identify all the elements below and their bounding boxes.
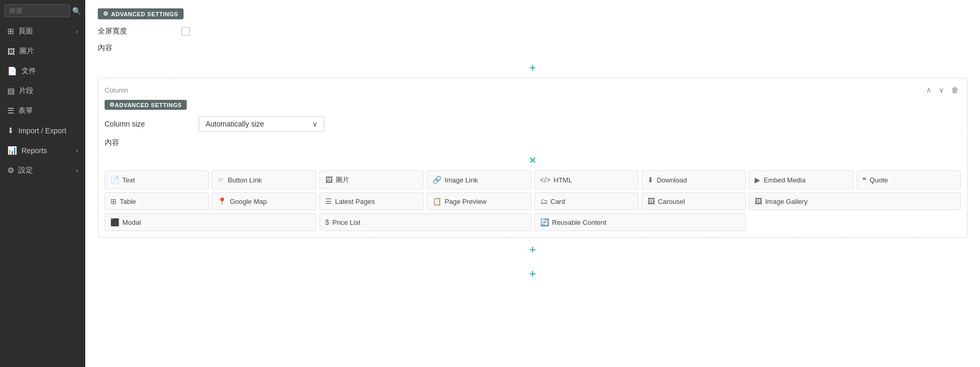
price-list-icon: $ [325, 218, 329, 226]
sidebar-label-fragments: 片段 [19, 86, 33, 96]
column-container: Column ∧ ∨ 🗑 ⚙ ADVANCED SETTINGS Column … [98, 78, 967, 238]
sidebar-label-import-export: Import / Export [18, 127, 66, 135]
sidebar-label-pages: 頁面 [18, 27, 33, 36]
column-size-select[interactable]: Automatically size ∨ [199, 116, 324, 132]
sidebar-item-reports[interactable]: 📊 Reports › [0, 141, 85, 160]
page-preview-icon: 📋 [432, 197, 441, 205]
inner-adv-settings-button[interactable]: ⚙ ADVANCED SETTINGS [105, 100, 187, 110]
add-row-top[interactable]: + [98, 58, 967, 78]
column-label: Column [105, 86, 128, 94]
sidebar-label-files: 文件 [21, 66, 36, 76]
image-icon: 🖼 [325, 176, 333, 184]
main-content: ⚙ ADVANCED SETTINGS 全屏寬度 內容 + Column ∧ ∨… [85, 0, 980, 367]
widget-quote[interactable]: ❝ Quote [857, 170, 961, 189]
carousel-icon: 🖼 [647, 197, 655, 205]
widget-carousel[interactable]: 🖼 Carousel [642, 192, 746, 210]
latest-pages-icon: ☰ [325, 197, 332, 205]
widget-modal-label: Modal [122, 219, 141, 226]
sidebar-label-reports: Reports [21, 146, 47, 155]
reports-icon: 📊 [7, 146, 17, 155]
table-icon: ⊞ [110, 197, 117, 205]
sidebar-item-settings[interactable]: ⚙ 設定 › [0, 160, 85, 180]
sidebar-item-pages[interactable]: ⊞ 頁面 › [0, 21, 85, 41]
widget-reusable-content-label: Reusable Content [552, 219, 607, 226]
inner-adv-settings-label: ADVANCED SETTINGS [115, 102, 182, 108]
text-icon: 📄 [110, 176, 119, 184]
reports-chevron: › [76, 147, 78, 154]
pages-chevron: › [76, 28, 78, 35]
card-icon: 🗂 [540, 197, 548, 205]
fullwidth-row: 全屏寬度 [98, 27, 967, 36]
plus-icon-bottom-1: + [529, 243, 536, 257]
widget-google-map-label: Google Map [230, 198, 267, 205]
widget-latest-pages-label: Latest Pages [335, 198, 375, 205]
image-gallery-icon: 🖼 [755, 197, 762, 205]
sidebar-label-settings: 設定 [18, 166, 33, 175]
images-icon: 🖼 [7, 47, 15, 56]
widget-download[interactable]: ⬇ Download [642, 170, 746, 189]
settings-chevron: › [76, 167, 78, 174]
widget-card[interactable]: 🗂 Card [534, 192, 639, 210]
widget-button-link-label: Button Link [227, 176, 261, 184]
gear-icon-top: ⚙ [103, 10, 109, 17]
sidebar-item-images[interactable]: 🖼 圖片 [0, 41, 85, 61]
widget-latest-pages[interactable]: ☰ Latest Pages [320, 192, 424, 210]
add-row-bottom-1[interactable]: + [98, 238, 967, 262]
widget-embed-media[interactable]: ▶ Embed Media [749, 170, 853, 189]
column-size-row: Column size Automatically size ∨ [105, 116, 961, 132]
plus-icon-top: + [529, 62, 536, 74]
widget-card-label: Card [551, 198, 565, 205]
widget-price-list[interactable]: $ Price List [320, 213, 531, 231]
widget-grid: 📄 Text ☞ Button Link 🖼 圖片 🔗 Image Link <… [105, 170, 961, 231]
top-adv-settings-label: ADVANCED SETTINGS [111, 11, 178, 17]
import-export-icon: ⬇ [7, 126, 14, 135]
sidebar-item-files[interactable]: 📄 文件 [0, 61, 85, 81]
search-bar[interactable]: 🔍 [0, 0, 85, 21]
widget-page-preview-label: Page Preview [445, 198, 486, 205]
widget-html-label: HTML [554, 176, 572, 184]
search-icon[interactable]: 🔍 [72, 7, 81, 15]
widget-image-label: 圖片 [336, 175, 349, 185]
widget-text-label: Text [122, 176, 135, 184]
widget-text[interactable]: 📄 Text [105, 170, 209, 189]
reusable-content-icon: 🔄 [540, 218, 549, 226]
quote-icon: ❝ [862, 176, 867, 184]
sidebar-label-images: 圖片 [19, 47, 34, 56]
column-delete-button[interactable]: 🗑 [949, 85, 961, 95]
widget-table[interactable]: ⊞ Table [105, 192, 209, 210]
sidebar-item-fragments[interactable]: ▤ 片段 [0, 81, 85, 101]
google-map-icon: 📍 [218, 197, 226, 205]
widget-button-link[interactable]: ☞ Button Link [212, 170, 316, 189]
widget-image-gallery[interactable]: 🖼 Image Gallery [749, 192, 961, 210]
pages-icon: ⊞ [7, 27, 14, 36]
widget-page-preview[interactable]: 📋 Page Preview [427, 192, 531, 210]
fullwidth-checkbox[interactable] [181, 27, 190, 36]
close-button[interactable]: ✕ [529, 155, 537, 166]
search-input[interactable] [4, 4, 70, 17]
sidebar-nav: ⊞ 頁面 › 🖼 圖片 📄 文件 ▤ 片段 ☰ 表單 ⬇ Import / Ex… [0, 21, 85, 367]
widget-quote-label: Quote [870, 176, 888, 184]
settings-icon: ⚙ [7, 166, 14, 175]
sidebar-item-import-export[interactable]: ⬇ Import / Export [0, 121, 85, 141]
widget-embed-media-label: Embed Media [764, 176, 805, 184]
forms-icon: ☰ [7, 106, 14, 116]
embed-media-icon: ▶ [755, 176, 760, 184]
widget-google-map[interactable]: 📍 Google Map [212, 192, 316, 210]
chevron-down-icon: ∨ [312, 120, 317, 128]
widget-image[interactable]: 🖼 圖片 [320, 170, 424, 189]
sidebar-item-forms[interactable]: ☰ 表單 [0, 101, 85, 121]
column-down-button[interactable]: ∨ [937, 85, 946, 95]
column-size-value: Automatically size [206, 120, 264, 128]
top-adv-settings-button[interactable]: ⚙ ADVANCED SETTINGS [98, 8, 184, 19]
add-row-bottom-2[interactable]: + [98, 262, 967, 286]
gear-icon-inner: ⚙ [109, 101, 115, 108]
widget-image-link[interactable]: 🔗 Image Link [427, 170, 531, 189]
close-row: ✕ [105, 153, 961, 170]
download-icon: ⬇ [647, 176, 654, 184]
widget-table-label: Table [120, 198, 136, 205]
image-link-icon: 🔗 [432, 176, 441, 184]
widget-html[interactable]: </> HTML [534, 170, 639, 189]
column-up-button[interactable]: ∧ [924, 85, 933, 95]
widget-reusable-content[interactable]: 🔄 Reusable Content [534, 213, 746, 231]
widget-modal[interactable]: ⬛ Modal [105, 213, 316, 231]
